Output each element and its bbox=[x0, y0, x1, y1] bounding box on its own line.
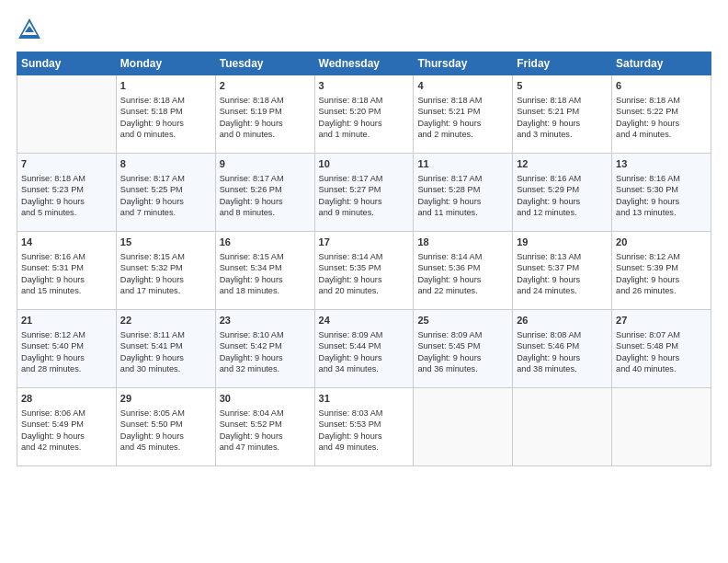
day-number: 12 bbox=[517, 157, 608, 171]
day-number: 19 bbox=[517, 236, 608, 249]
day-number: 28 bbox=[21, 392, 112, 406]
cell-info: Sunrise: 8:06 AM Sunset: 5:49 PM Dayligh… bbox=[21, 408, 112, 454]
day-number: 3 bbox=[319, 79, 410, 93]
calendar-cell: 16Sunrise: 8:15 AM Sunset: 5:34 PM Dayli… bbox=[215, 232, 314, 310]
calendar-cell: 29Sunrise: 8:05 AM Sunset: 5:50 PM Dayli… bbox=[116, 388, 215, 466]
cell-info: Sunrise: 8:04 AM Sunset: 5:52 PM Dayligh… bbox=[220, 408, 311, 454]
calendar-cell: 8Sunrise: 8:17 AM Sunset: 5:25 PM Daylig… bbox=[116, 154, 215, 232]
day-number: 29 bbox=[120, 392, 211, 406]
day-number: 30 bbox=[220, 392, 311, 406]
day-number: 15 bbox=[120, 236, 211, 249]
calendar-cell: 11Sunrise: 8:17 AM Sunset: 5:28 PM Dayli… bbox=[414, 154, 513, 232]
day-number: 17 bbox=[319, 236, 410, 249]
cell-info: Sunrise: 8:14 AM Sunset: 5:36 PM Dayligh… bbox=[417, 251, 508, 297]
calendar-cell: 12Sunrise: 8:16 AM Sunset: 5:29 PM Dayli… bbox=[513, 154, 612, 232]
col-header-thursday: Thursday bbox=[414, 52, 513, 75]
day-number: 7 bbox=[21, 157, 112, 171]
cell-info: Sunrise: 8:16 AM Sunset: 5:29 PM Dayligh… bbox=[517, 173, 608, 219]
day-number: 4 bbox=[417, 79, 508, 93]
calendar-cell: 24Sunrise: 8:09 AM Sunset: 5:44 PM Dayli… bbox=[314, 310, 414, 388]
day-number: 2 bbox=[220, 79, 311, 93]
day-number: 5 bbox=[517, 79, 608, 93]
calendar-cell bbox=[17, 75, 117, 154]
cell-info: Sunrise: 8:17 AM Sunset: 5:27 PM Dayligh… bbox=[319, 173, 410, 219]
logo-icon bbox=[17, 17, 42, 42]
col-header-saturday: Saturday bbox=[612, 52, 711, 75]
day-number: 20 bbox=[616, 236, 707, 249]
cell-info: Sunrise: 8:18 AM Sunset: 5:19 PM Dayligh… bbox=[220, 95, 311, 141]
cell-info: Sunrise: 8:15 AM Sunset: 5:34 PM Dayligh… bbox=[220, 251, 311, 297]
day-number: 9 bbox=[220, 157, 311, 171]
calendar-cell: 18Sunrise: 8:14 AM Sunset: 5:36 PM Dayli… bbox=[414, 232, 513, 310]
calendar-cell: 19Sunrise: 8:13 AM Sunset: 5:37 PM Dayli… bbox=[513, 232, 612, 310]
calendar-cell: 28Sunrise: 8:06 AM Sunset: 5:49 PM Dayli… bbox=[17, 388, 117, 466]
calendar-cell: 17Sunrise: 8:14 AM Sunset: 5:35 PM Dayli… bbox=[314, 232, 414, 310]
calendar-cell: 21Sunrise: 8:12 AM Sunset: 5:40 PM Dayli… bbox=[17, 310, 117, 388]
calendar-cell: 23Sunrise: 8:10 AM Sunset: 5:42 PM Dayli… bbox=[215, 310, 314, 388]
calendar-cell bbox=[513, 388, 612, 466]
day-number: 25 bbox=[417, 314, 508, 327]
cell-info: Sunrise: 8:03 AM Sunset: 5:53 PM Dayligh… bbox=[319, 408, 410, 454]
calendar-cell: 5Sunrise: 8:18 AM Sunset: 5:21 PM Daylig… bbox=[513, 75, 612, 154]
calendar-cell: 7Sunrise: 8:18 AM Sunset: 5:23 PM Daylig… bbox=[17, 154, 117, 232]
day-number: 31 bbox=[319, 392, 410, 406]
day-number: 11 bbox=[417, 157, 508, 171]
day-number: 24 bbox=[319, 314, 410, 327]
calendar-week-1: 7Sunrise: 8:18 AM Sunset: 5:23 PM Daylig… bbox=[17, 154, 711, 232]
header-row: SundayMondayTuesdayWednesdayThursdayFrid… bbox=[17, 52, 711, 75]
cell-info: Sunrise: 8:08 AM Sunset: 5:46 PM Dayligh… bbox=[517, 329, 608, 375]
cell-info: Sunrise: 8:13 AM Sunset: 5:37 PM Dayligh… bbox=[517, 251, 608, 297]
logo bbox=[17, 17, 46, 42]
cell-info: Sunrise: 8:12 AM Sunset: 5:40 PM Dayligh… bbox=[21, 329, 112, 375]
calendar-cell: 1Sunrise: 8:18 AM Sunset: 5:18 PM Daylig… bbox=[116, 75, 215, 154]
calendar-cell: 31Sunrise: 8:03 AM Sunset: 5:53 PM Dayli… bbox=[314, 388, 414, 466]
calendar-cell: 4Sunrise: 8:18 AM Sunset: 5:21 PM Daylig… bbox=[414, 75, 513, 154]
calendar-cell: 26Sunrise: 8:08 AM Sunset: 5:46 PM Dayli… bbox=[513, 310, 612, 388]
day-number: 14 bbox=[21, 236, 112, 249]
cell-info: Sunrise: 8:10 AM Sunset: 5:42 PM Dayligh… bbox=[220, 329, 311, 375]
calendar-cell: 22Sunrise: 8:11 AM Sunset: 5:41 PM Dayli… bbox=[116, 310, 215, 388]
cell-info: Sunrise: 8:09 AM Sunset: 5:45 PM Dayligh… bbox=[417, 329, 508, 375]
calendar-cell: 6Sunrise: 8:18 AM Sunset: 5:22 PM Daylig… bbox=[612, 75, 711, 154]
calendar-cell: 14Sunrise: 8:16 AM Sunset: 5:31 PM Dayli… bbox=[17, 232, 117, 310]
calendar-cell: 27Sunrise: 8:07 AM Sunset: 5:48 PM Dayli… bbox=[612, 310, 711, 388]
cell-info: Sunrise: 8:18 AM Sunset: 5:21 PM Dayligh… bbox=[417, 95, 508, 141]
day-number: 6 bbox=[616, 79, 707, 93]
calendar-cell: 30Sunrise: 8:04 AM Sunset: 5:52 PM Dayli… bbox=[215, 388, 314, 466]
calendar-cell: 15Sunrise: 8:15 AM Sunset: 5:32 PM Dayli… bbox=[116, 232, 215, 310]
col-header-friday: Friday bbox=[513, 52, 612, 75]
calendar-table: SundayMondayTuesdayWednesdayThursdayFrid… bbox=[17, 52, 711, 466]
calendar-cell bbox=[612, 388, 711, 466]
cell-info: Sunrise: 8:16 AM Sunset: 5:31 PM Dayligh… bbox=[21, 251, 112, 297]
col-header-sunday: Sunday bbox=[17, 52, 117, 75]
cell-info: Sunrise: 8:15 AM Sunset: 5:32 PM Dayligh… bbox=[120, 251, 211, 297]
calendar-cell: 20Sunrise: 8:12 AM Sunset: 5:39 PM Dayli… bbox=[612, 232, 711, 310]
cell-info: Sunrise: 8:18 AM Sunset: 5:21 PM Dayligh… bbox=[517, 95, 608, 141]
calendar-cell bbox=[414, 388, 513, 466]
calendar-body: 1Sunrise: 8:18 AM Sunset: 5:18 PM Daylig… bbox=[17, 75, 711, 466]
page: SundayMondayTuesdayWednesdayThursdayFrid… bbox=[0, 0, 728, 563]
calendar-cell: 9Sunrise: 8:17 AM Sunset: 5:26 PM Daylig… bbox=[215, 154, 314, 232]
day-number: 18 bbox=[417, 236, 508, 249]
day-number: 13 bbox=[616, 157, 707, 171]
cell-info: Sunrise: 8:16 AM Sunset: 5:30 PM Dayligh… bbox=[616, 173, 707, 219]
cell-info: Sunrise: 8:09 AM Sunset: 5:44 PM Dayligh… bbox=[319, 329, 410, 375]
calendar-week-0: 1Sunrise: 8:18 AM Sunset: 5:18 PM Daylig… bbox=[17, 75, 711, 154]
day-number: 21 bbox=[21, 314, 112, 327]
cell-info: Sunrise: 8:17 AM Sunset: 5:26 PM Dayligh… bbox=[220, 173, 311, 219]
day-number: 22 bbox=[120, 314, 211, 327]
col-header-monday: Monday bbox=[116, 52, 215, 75]
cell-info: Sunrise: 8:18 AM Sunset: 5:22 PM Dayligh… bbox=[616, 95, 707, 141]
cell-info: Sunrise: 8:12 AM Sunset: 5:39 PM Dayligh… bbox=[616, 251, 707, 297]
cell-info: Sunrise: 8:14 AM Sunset: 5:35 PM Dayligh… bbox=[319, 251, 410, 297]
cell-info: Sunrise: 8:18 AM Sunset: 5:18 PM Dayligh… bbox=[120, 95, 211, 141]
calendar-week-4: 28Sunrise: 8:06 AM Sunset: 5:49 PM Dayli… bbox=[17, 388, 711, 466]
day-number: 26 bbox=[517, 314, 608, 327]
cell-info: Sunrise: 8:17 AM Sunset: 5:25 PM Dayligh… bbox=[120, 173, 211, 219]
cell-info: Sunrise: 8:11 AM Sunset: 5:41 PM Dayligh… bbox=[120, 329, 211, 375]
calendar-cell: 13Sunrise: 8:16 AM Sunset: 5:30 PM Dayli… bbox=[612, 154, 711, 232]
col-header-tuesday: Tuesday bbox=[215, 52, 314, 75]
calendar-week-3: 21Sunrise: 8:12 AM Sunset: 5:40 PM Dayli… bbox=[17, 310, 711, 388]
day-number: 1 bbox=[120, 79, 211, 93]
calendar-week-2: 14Sunrise: 8:16 AM Sunset: 5:31 PM Dayli… bbox=[17, 232, 711, 310]
